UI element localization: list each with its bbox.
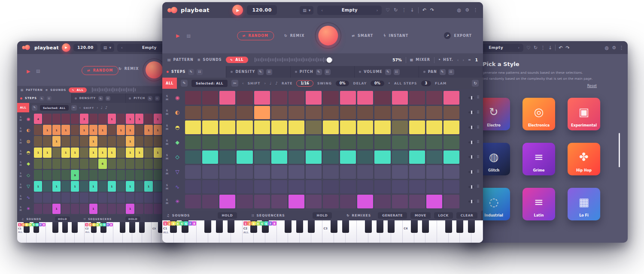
- step-cell[interactable]: [271, 151, 287, 164]
- step-cell[interactable]: [80, 136, 88, 146]
- step-cell[interactable]: [98, 193, 106, 203]
- sound-key-chip[interactable]: 6: [103, 223, 106, 226]
- step-cell[interactable]: [444, 91, 459, 105]
- step-cell[interactable]: [426, 151, 442, 164]
- step-cell[interactable]: [98, 181, 106, 191]
- step-cell[interactable]: [185, 165, 201, 179]
- lock-button[interactable]: LOCK: [434, 212, 453, 219]
- step-cell[interactable]: 1: [108, 114, 116, 124]
- piano-black-key[interactable]: [228, 220, 234, 233]
- dice-icon[interactable]: ∷: [394, 69, 400, 75]
- favorite-heart-icon[interactable]: ♡: [526, 45, 531, 50]
- sound-key-chip[interactable]: 7: [188, 221, 192, 226]
- scrollbar[interactable]: [619, 133, 620, 167]
- kebab-menu-icon[interactable]: ⋮: [541, 45, 545, 50]
- sequencers-section-button[interactable]: ∷ SEQUENCERS: [252, 214, 285, 217]
- step-cell[interactable]: [426, 106, 442, 120]
- step-cell[interactable]: [34, 204, 42, 214]
- step-cell[interactable]: [392, 91, 408, 105]
- dice-icon[interactable]: ∷: [106, 96, 110, 101]
- sound-key-chip[interactable]: 4: [96, 223, 99, 226]
- step-cell[interactable]: 1: [126, 136, 134, 146]
- step-cell[interactable]: 1: [34, 181, 42, 191]
- step-cell[interactable]: [444, 151, 459, 164]
- step-cell[interactable]: [61, 114, 70, 124]
- sound-key-chip[interactable]: 1: [163, 221, 167, 226]
- step-cell[interactable]: [409, 91, 425, 105]
- history-prev-icon[interactable]: ‹: [457, 58, 459, 62]
- sounds-section-button[interactable]: ♫ SOUNDS: [21, 217, 41, 220]
- step-cell[interactable]: [271, 106, 287, 120]
- step-cell[interactable]: [117, 136, 125, 146]
- track-fader[interactable]: [468, 186, 474, 188]
- favorite-heart-icon[interactable]: ♡: [386, 8, 390, 12]
- step-cell[interactable]: [52, 148, 61, 158]
- shift-right-icon[interactable]: ›: [97, 105, 98, 110]
- step-cell[interactable]: [144, 170, 152, 180]
- step-cell[interactable]: [135, 136, 143, 146]
- select-all-button[interactable]: ALL: [17, 103, 29, 112]
- solo-button[interactable]: S: [166, 199, 168, 201]
- step-cell[interactable]: [202, 120, 218, 134]
- transport-play-icon[interactable]: ▶: [176, 33, 179, 39]
- step-cell[interactable]: [185, 151, 201, 164]
- globe-icon[interactable]: ◍: [457, 8, 462, 12]
- track-icon[interactable]: ◐: [172, 106, 183, 120]
- mute-button[interactable]: M: [166, 128, 168, 130]
- step-cell[interactable]: [237, 195, 252, 208]
- step-cell[interactable]: [357, 195, 373, 208]
- drag-handle-icon[interactable]: ⠿: [477, 126, 480, 129]
- step-cell[interactable]: [185, 195, 201, 208]
- step-cell[interactable]: [444, 106, 459, 120]
- export-icon[interactable]: ↗: [444, 32, 451, 39]
- shift-right-icon[interactable]: ›: [264, 81, 266, 85]
- step-cell[interactable]: [392, 151, 408, 164]
- step-cell[interactable]: 1: [108, 148, 116, 158]
- note-icon[interactable]: ♩: [270, 81, 271, 85]
- step-cell[interactable]: [135, 193, 143, 203]
- remix-button[interactable]: ↻ REMIX: [118, 67, 139, 71]
- piano-black-key[interactable]: [456, 220, 463, 233]
- step-cell[interactable]: [202, 165, 218, 179]
- step-cell[interactable]: [340, 151, 356, 164]
- step-cell[interactable]: 1: [89, 204, 97, 214]
- piano-black-key[interactable]: [422, 220, 429, 233]
- dice-icon[interactable]: ∷: [47, 96, 52, 101]
- infinity-icon[interactable]: ∞: [468, 58, 471, 62]
- step-cell[interactable]: [219, 165, 235, 179]
- pencil-icon[interactable]: ✎: [181, 80, 188, 87]
- step-cell[interactable]: 1: [52, 181, 61, 191]
- reset-link[interactable]: Reset: [587, 84, 597, 88]
- step-cell[interactable]: [323, 120, 339, 134]
- step-cell[interactable]: 1: [135, 148, 143, 158]
- piano-black-key[interactable]: [377, 220, 383, 233]
- step-cell[interactable]: [89, 170, 97, 180]
- step-cell[interactable]: [219, 135, 235, 149]
- step-cell[interactable]: [374, 151, 390, 164]
- sound-key-chip[interactable]: 7: [268, 221, 272, 226]
- track-icon[interactable]: ◐: [24, 125, 33, 135]
- dice-icon[interactable]: ∷: [325, 69, 331, 75]
- pencil-icon[interactable]: ✎: [32, 105, 37, 111]
- track-icon[interactable]: ◉: [24, 114, 33, 124]
- style-card[interactable]: ✤Hip Hop: [568, 143, 600, 175]
- piano-black-key[interactable]: [296, 220, 303, 233]
- track-fader[interactable]: [468, 126, 474, 128]
- step-cell[interactable]: [43, 193, 51, 203]
- settings-gear-icon[interactable]: ⚙: [612, 45, 616, 50]
- drag-handle-icon[interactable]: ⠿: [477, 185, 480, 189]
- step-cell[interactable]: [135, 181, 143, 191]
- step-cell[interactable]: [323, 165, 339, 179]
- all-toggle[interactable]: ∿ ALL: [69, 87, 87, 93]
- step-cell[interactable]: [340, 180, 356, 194]
- step-cell[interactable]: [237, 135, 252, 149]
- step-cell[interactable]: 3: [80, 114, 88, 124]
- step-cell[interactable]: 1: [126, 125, 134, 135]
- track-icon[interactable]: ◍: [24, 136, 33, 146]
- style-card[interactable]: ◎Electronica: [522, 98, 555, 130]
- solo-button[interactable]: S: [166, 124, 168, 127]
- step-cell[interactable]: 1: [89, 148, 97, 158]
- step-cell[interactable]: [117, 148, 125, 158]
- knob-dial[interactable]: [146, 61, 163, 78]
- mute-button[interactable]: M: [20, 153, 22, 155]
